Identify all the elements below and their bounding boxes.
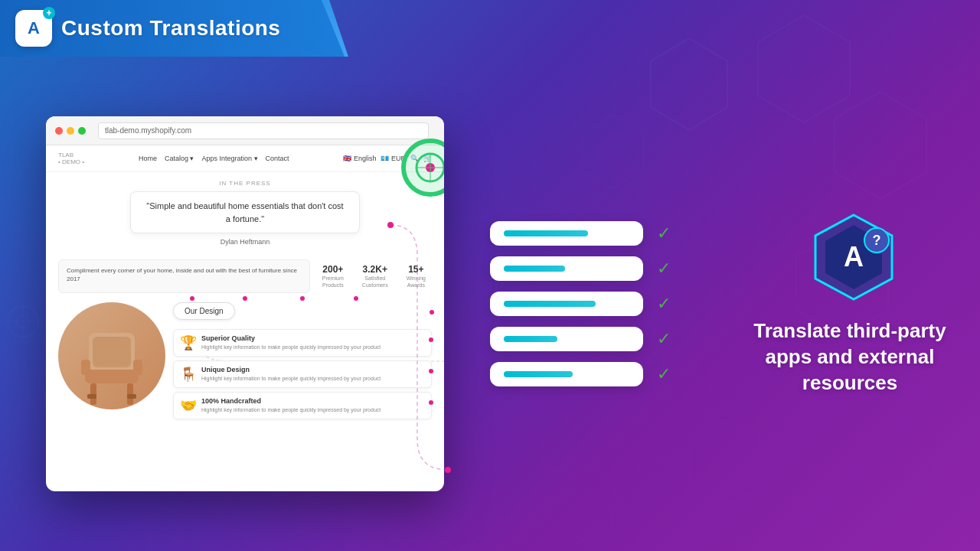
svg-rect-19 <box>81 360 90 375</box>
bar-fill-4 <box>504 336 557 342</box>
tagline-line3: resources <box>802 371 897 394</box>
translation-bars-section: ✓ ✓ ✓ ✓ ✓ <box>444 206 750 402</box>
url-bar: tlab-demo.myshopify.com <box>98 122 429 139</box>
hero-section: IN THE PRESS "Simple and beautiful home … <box>46 172 444 253</box>
window-controls <box>55 127 86 135</box>
nav-home[interactable]: Home <box>139 155 157 162</box>
svg-text:?: ? <box>873 233 881 248</box>
minimize-dot <box>67 127 74 135</box>
stat-awards: 15+ WinningAwards <box>400 259 432 293</box>
design-section: Our Design 🏆 Superior Quality Highlight … <box>46 299 444 426</box>
url-text: tlab-demo.myshopify.com <box>105 126 191 135</box>
feature-quality: 🏆 Superior Quality Highlight key informa… <box>173 329 432 357</box>
hex-app-icon: A ? <box>804 211 896 303</box>
site-logo-sub: • DEMO • <box>58 158 84 165</box>
svg-rect-14 <box>85 370 139 383</box>
magnifier-overlay <box>398 135 444 215</box>
site-menu: Home Catalog ▾ Apps Integration ▾ Contac… <box>139 155 289 162</box>
design-icon: 🪑 <box>180 366 197 383</box>
svg-rect-18 <box>127 394 136 399</box>
close-dot <box>55 127 63 135</box>
quote-author: Dylan Heftmann <box>58 238 432 246</box>
svg-rect-17 <box>87 394 96 399</box>
hex-svg: A ? <box>804 211 903 311</box>
lang-flag: 🇬🇧 English <box>343 155 376 162</box>
press-label: IN THE PRESS <box>58 180 432 187</box>
site-nav: TLAB • DEMO • Home Catalog ▾ Apps Integr… <box>46 145 444 172</box>
magnifier-svg <box>398 135 444 212</box>
dot-design2 <box>427 367 435 375</box>
stat-label-customers: SatisfiedCustomers <box>362 275 388 289</box>
desc-text: Compliment every corner of your home, in… <box>67 267 297 282</box>
browser-nav: tlab-demo.myshopify.com <box>46 116 444 145</box>
stat-number-customers: 3.2K+ <box>362 264 388 275</box>
dot-design <box>428 308 436 316</box>
check-4: ✓ <box>652 328 675 350</box>
svg-rect-20 <box>133 360 142 375</box>
handcraft-text: 100% Handcrafted Highlight key informati… <box>201 397 381 413</box>
right-section: A ? Translate third-party apps and exter… <box>750 211 949 396</box>
logo-icon: A <box>15 10 52 47</box>
bar-box-2 <box>490 256 643 281</box>
dot-quality <box>427 336 435 344</box>
handcraft-icon: 🤝 <box>180 397 197 414</box>
dot-handcraft <box>427 399 435 406</box>
svg-point-28 <box>445 467 451 473</box>
bar-fill-1 <box>504 230 588 236</box>
stat-number-products: 200+ <box>322 264 344 275</box>
check-2: ✓ <box>652 257 675 280</box>
tagline-line1: Translate third-party <box>753 319 946 342</box>
feature-handcrafted: 🤝 100% Handcrafted Highlight key informa… <box>173 392 432 419</box>
translation-bar-1: ✓ <box>490 221 735 246</box>
stat-label-products: PremiumProducts <box>322 275 344 289</box>
logo-container: A Custom Translations <box>15 10 280 47</box>
stat-number-awards: 15+ <box>407 264 426 275</box>
features-list: Our Design 🏆 Superior Quality Highlight … <box>173 302 432 423</box>
bar-box-4 <box>490 327 643 351</box>
app-title: Custom Translations <box>61 16 280 41</box>
hero-quote: "Simple and beautiful home essentials th… <box>130 191 360 233</box>
chair-svg <box>74 318 150 409</box>
maximize-dot <box>78 127 86 135</box>
logo-letter: A <box>28 18 40 38</box>
check-3: ✓ <box>652 292 675 315</box>
browser-mockup: tlab-demo.myshopify.com TLAB • DEMO • Ho… <box>46 116 444 491</box>
site-logo: TLAB • DEMO • <box>58 152 84 165</box>
stats-description: Compliment every corner of your home, in… <box>58 259 310 293</box>
svg-text:A: A <box>844 241 864 272</box>
nav-apps[interactable]: Apps Integration ▾ <box>201 155 257 162</box>
feature-design: 🪑 Unique Design Highlight key informatio… <box>173 360 432 388</box>
stats-row: Compliment every corner of your home, in… <box>46 253 444 299</box>
bar-fill-3 <box>504 301 596 307</box>
tagline-line2: apps and external <box>765 345 934 368</box>
translation-bar-3: ✓ <box>490 292 735 316</box>
our-design-badge: Our Design <box>173 302 235 320</box>
bar-box-3 <box>490 292 643 316</box>
stat-label-awards: WinningAwards <box>407 275 426 289</box>
design-label-text: Our Design <box>185 307 224 315</box>
nav-contact[interactable]: Contact <box>266 155 289 162</box>
bar-fill-2 <box>504 266 565 272</box>
svg-rect-13 <box>93 337 131 367</box>
bar-fill-5 <box>504 371 573 377</box>
translation-bar-4: ✓ <box>490 327 735 351</box>
tagline: Translate third-party apps and external … <box>753 318 946 396</box>
check-5: ✓ <box>652 363 675 386</box>
translation-bar-2: ✓ <box>490 256 735 281</box>
check-1: ✓ <box>652 222 675 245</box>
chair-image <box>58 302 165 409</box>
quality-text: Superior Quality Highlight key informati… <box>201 334 381 350</box>
site-logo-name: TLAB <box>58 152 84 158</box>
translation-bar-5: ✓ <box>490 362 735 386</box>
header: A Custom Translations <box>0 0 980 57</box>
quality-icon: 🏆 <box>180 334 197 351</box>
stat-products: 200+ PremiumProducts <box>316 259 350 293</box>
nav-catalog[interactable]: Catalog ▾ <box>165 155 194 162</box>
stat-customers: 3.2K+ SatisfiedCustomers <box>356 259 394 293</box>
bar-box-1 <box>490 221 643 246</box>
design-text: Unique Design Highlight key information … <box>201 366 381 382</box>
main-content: tlab-demo.myshopify.com TLAB • DEMO • Ho… <box>0 57 980 551</box>
bar-box-5 <box>490 362 643 386</box>
